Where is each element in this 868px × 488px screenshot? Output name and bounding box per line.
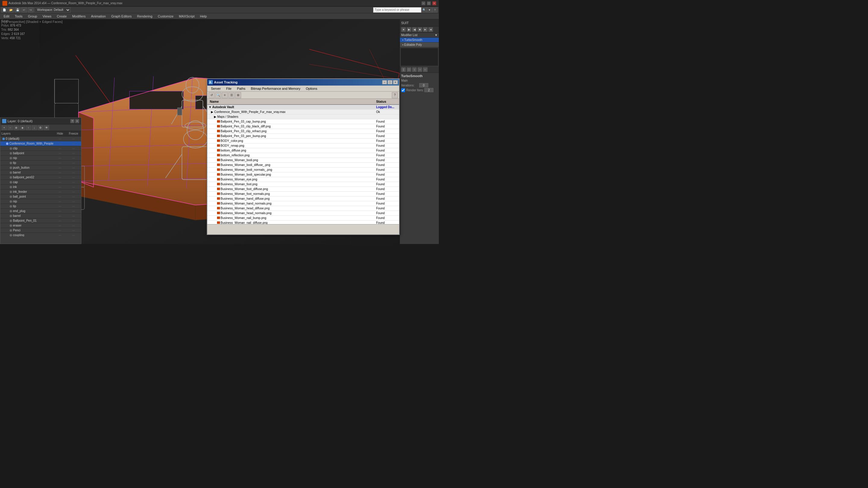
asset-row[interactable]: Ballpoint_Pen_03_cap_bump.pngFound xyxy=(207,119,399,124)
asset-row[interactable]: Business_Woman_bodi_normals_.pngFound xyxy=(207,167,399,172)
asset-row[interactable]: BODY_color.pngFound xyxy=(207,138,399,143)
panel-icon-1[interactable]: ● xyxy=(401,27,406,32)
layer-row[interactable]: Conference_Room_With_People------ xyxy=(0,141,81,146)
layer-row[interactable]: push_button------ xyxy=(0,165,81,170)
layer-row[interactable]: ball_point------ xyxy=(0,194,81,199)
menu-item-tools[interactable]: Tools xyxy=(12,14,25,19)
asset-help-button[interactable]: ? xyxy=(392,92,398,98)
layer-row[interactable]: eraser------ xyxy=(0,223,81,228)
panel-icon-3[interactable]: ◀ xyxy=(412,27,417,32)
asset-menu-file[interactable]: File xyxy=(224,86,234,91)
close-button[interactable]: × xyxy=(432,1,436,5)
asset-minimize-button[interactable]: − xyxy=(382,80,387,84)
asset-row[interactable]: Ballpoint_Pen_03_clip_refract.pngFound xyxy=(207,129,399,134)
panel-icon-2[interactable]: ▶ xyxy=(407,27,411,32)
menu-item-maxscript[interactable]: MAXScript xyxy=(177,14,197,19)
layer-row[interactable]: coupling------ xyxy=(0,233,81,236)
panel-icon-5[interactable]: ► xyxy=(423,27,428,32)
search-options-button[interactable]: ▼ xyxy=(427,7,432,13)
select-button[interactable]: ◈ xyxy=(20,125,25,130)
asset-row[interactable]: Business_Woman_bodi_diffuse_.pngFound xyxy=(207,163,399,167)
asset-row[interactable]: Business_Woman_nail_diffuse.pngFound xyxy=(207,221,399,224)
merge-button[interactable]: ⊕ xyxy=(13,125,19,130)
panel-icon-d[interactable]: → xyxy=(417,67,422,72)
asset-row[interactable]: Business_Woman_hand_normals.pngFound xyxy=(207,201,399,206)
asset-menu-bitmap-performance-and-memory[interactable]: Bitmap Performance and Memory xyxy=(248,86,303,91)
search-help-button[interactable]: ? xyxy=(432,7,438,13)
asset-row[interactable]: ▶ Maps / Shaders xyxy=(207,115,399,119)
menu-item-views[interactable]: Views xyxy=(40,14,54,19)
menu-item-graph-editors[interactable]: Graph Editors xyxy=(109,14,134,19)
asset-row[interactable]: Ballpoint_Pen_03_pen_bump.pngFound xyxy=(207,134,399,138)
maximize-button[interactable]: □ xyxy=(427,1,431,5)
asset-row[interactable]: Business_Woman_foot_diffuse.pngFound xyxy=(207,187,399,192)
asset-row[interactable]: ▼ Autodesk VaultLogged Do... xyxy=(207,105,399,110)
open-button[interactable]: 📂 xyxy=(8,7,14,13)
menu-item-customize[interactable]: Customize xyxy=(156,14,176,19)
panel-icon-e[interactable]: ← xyxy=(423,67,428,72)
menu-item-create[interactable]: Create xyxy=(54,14,69,19)
asset-row[interactable]: Business_Woman_eye.pngFound xyxy=(207,177,399,182)
layer-row[interactable]: ink_feeder------ xyxy=(0,190,81,194)
menu-item-rendering[interactable]: Rendering xyxy=(135,14,155,19)
layer-row[interactable]: nip------ xyxy=(0,199,81,204)
asset-close-button[interactable]: × xyxy=(393,80,398,84)
asset-find-button[interactable]: 🔍 xyxy=(215,92,221,98)
view-button[interactable]: 👁 xyxy=(44,125,49,130)
layer-row[interactable]: ballpoint_pen02------ xyxy=(0,175,81,180)
move-up-button[interactable]: ↑ xyxy=(26,125,31,130)
save-button[interactable]: 💾 xyxy=(14,7,21,13)
layer-row[interactable]: 0 (default)------ xyxy=(0,136,81,141)
layer-row[interactable]: cap------ xyxy=(0,180,81,185)
layers-help-button[interactable]: ? xyxy=(70,119,74,123)
layer-row[interactable]: barrel------ xyxy=(0,170,81,175)
render-iters-input[interactable] xyxy=(424,88,433,92)
asset-row[interactable]: Business_Woman_bodi_specular.pngFound xyxy=(207,172,399,177)
new-button[interactable]: 📄 xyxy=(1,7,7,13)
panel-icon-c[interactable]: ↕ xyxy=(412,67,417,72)
minimize-button[interactable]: − xyxy=(421,1,426,5)
layer-row[interactable]: Ballpoint_Pen_01------ xyxy=(0,218,81,223)
layer-row[interactable]: ink------ xyxy=(0,185,81,190)
asset-scroll[interactable]: ▼ Autodesk VaultLogged Do...▶ Conference… xyxy=(207,105,399,224)
asset-row[interactable]: Business_Woman_foot.pngFound xyxy=(207,182,399,187)
iterations-input[interactable] xyxy=(419,83,428,87)
layers-scroll[interactable]: 0 (default)------Conference_Room_With_Pe… xyxy=(0,136,81,236)
asset-refresh-button[interactable]: ↺ xyxy=(209,92,215,98)
new-layer-button[interactable]: + xyxy=(1,125,7,130)
asset-list-button[interactable]: ≡ xyxy=(222,92,228,98)
layers-close-button[interactable]: × xyxy=(75,119,79,123)
menu-item-help[interactable]: Help xyxy=(198,14,210,19)
layer-row[interactable]: ballpoint------ xyxy=(0,151,81,156)
asset-row[interactable]: Business_Woman_foot_normals.pngFound xyxy=(207,192,399,196)
asset-menu-server[interactable]: Server xyxy=(209,86,223,91)
modifier-editable-poly[interactable]: ▪ Editable Poly xyxy=(400,42,439,47)
asset-menu-options[interactable]: Options xyxy=(304,86,320,91)
asset-row[interactable]: Business_Woman_bodi.pngFound xyxy=(207,158,399,163)
panel-icon-6[interactable]: ◄ xyxy=(428,27,433,32)
menu-item-group[interactable]: Group xyxy=(26,14,40,19)
asset-row[interactable]: Business_Woman_head_diffuse.pngFound xyxy=(207,206,399,211)
layer-row[interactable]: Penci------ xyxy=(0,228,81,233)
asset-menu-paths[interactable]: Paths xyxy=(235,86,248,91)
menu-item-modifiers[interactable]: Modifiers xyxy=(70,14,88,19)
layer-row[interactable]: tip------ xyxy=(0,204,81,209)
asset-row[interactable]: Ballpoint_Pen_03_clip_black_diff.pngFoun… xyxy=(207,124,399,129)
workspace-dropdown[interactable]: Workspace: Default xyxy=(34,7,70,13)
layer-row[interactable]: barrel------ xyxy=(0,214,81,218)
undo-button[interactable]: ↩ xyxy=(21,7,27,13)
layer-row[interactable]: nip------ xyxy=(0,156,81,161)
asset-row[interactable]: bottom_diffuse.pngFound xyxy=(207,148,399,153)
layer-row[interactable]: end_plug------ xyxy=(0,209,81,214)
asset-row[interactable]: Business_Woman_nail_bump.pngFound xyxy=(207,216,399,221)
panel-icon-a[interactable]: | xyxy=(401,67,406,72)
asset-maximize-button[interactable]: □ xyxy=(388,80,393,84)
layer-row[interactable]: clip------ xyxy=(0,146,81,151)
redo-button[interactable]: ↪ xyxy=(28,7,34,13)
asset-row[interactable]: ▶ Conference_Room_With_People_Fur_max_vr… xyxy=(207,110,399,115)
asset-row[interactable]: bottom_reflection.pngFound xyxy=(207,153,399,158)
asset-row[interactable]: Business_Woman_head_normals.pngFound xyxy=(207,211,399,216)
render-iters-checkbox[interactable] xyxy=(401,88,405,92)
modifier-list-dropdown[interactable]: ▼ xyxy=(435,33,438,37)
asset-row[interactable]: Business_Woman_hand_diffuse.pngFound xyxy=(207,196,399,201)
